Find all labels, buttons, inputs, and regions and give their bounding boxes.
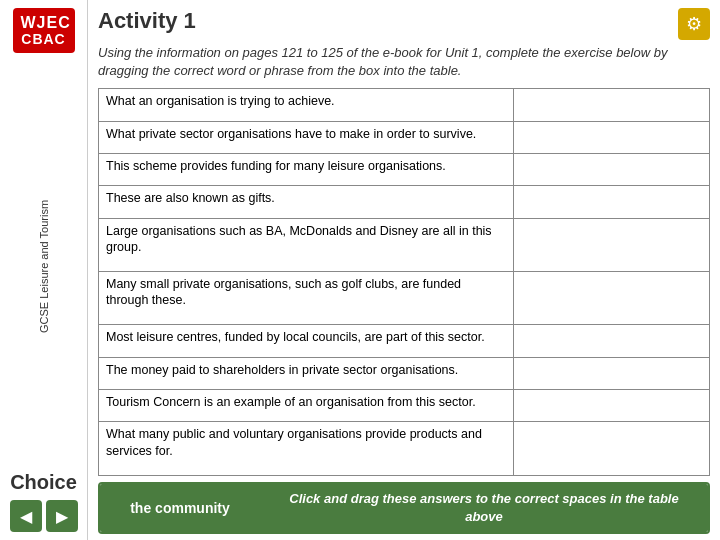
logo: WJEC CBAC [13, 8, 75, 53]
table-row: Many small private organisations, such a… [99, 272, 710, 325]
table-cell-answer[interactable] [514, 121, 710, 153]
table-row: Tourism Concern is an example of an orga… [99, 389, 710, 421]
table-cell-description: Large organisations such as BA, McDonald… [99, 218, 514, 271]
table-row: What many public and voluntary organisat… [99, 422, 710, 475]
table-cell-answer[interactable] [514, 422, 710, 475]
instruction-text: Using the information on pages 121 to 12… [98, 44, 710, 80]
logo-line2: CBAC [21, 32, 67, 47]
subject-label: GCSE Leisure and Tourism [38, 61, 50, 471]
logo-line1: WJEC [21, 14, 67, 32]
drag-instruction: Click and drag these answers to the corr… [260, 484, 708, 532]
table-cell-description: Tourism Concern is an example of an orga… [99, 389, 514, 421]
table-cell-description: What private sector organisations have t… [99, 121, 514, 153]
table-row: Large organisations such as BA, McDonald… [99, 218, 710, 271]
table-cell-description: This scheme provides funding for many le… [99, 154, 514, 186]
table-row: The money paid to shareholders in privat… [99, 357, 710, 389]
drag-area: the community Click and drag these answe… [98, 482, 710, 534]
table-cell-answer[interactable] [514, 272, 710, 325]
help-icon[interactable]: ⚙ [678, 8, 710, 40]
prev-button[interactable]: ◀ [10, 500, 42, 532]
table-cell-answer[interactable] [514, 325, 710, 357]
sidebar: WJEC CBAC GCSE Leisure and Tourism Choic… [0, 0, 88, 540]
table-cell-answer[interactable] [514, 357, 710, 389]
drag-word[interactable]: the community [100, 484, 260, 532]
table-cell-description: These are also known as gifts. [99, 186, 514, 218]
choice-label: Choice [10, 471, 77, 494]
table-cell-answer[interactable] [514, 186, 710, 218]
next-button[interactable]: ▶ [46, 500, 78, 532]
table-cell-description: Most leisure centres, funded by local co… [99, 325, 514, 357]
main-content: Activity 1 ⚙ Using the information on pa… [88, 0, 720, 540]
activity-table: What an organisation is trying to achiev… [98, 88, 710, 475]
table-row: These are also known as gifts. [99, 186, 710, 218]
table-row: This scheme provides funding for many le… [99, 154, 710, 186]
table-cell-description: The money paid to shareholders in privat… [99, 357, 514, 389]
activity-title: Activity 1 [98, 8, 196, 34]
table-cell-answer[interactable] [514, 389, 710, 421]
table-row: Most leisure centres, funded by local co… [99, 325, 710, 357]
table-row: What private sector organisations have t… [99, 121, 710, 153]
nav-buttons: ◀ ▶ [10, 500, 78, 532]
table-row: What an organisation is trying to achiev… [99, 89, 710, 121]
table-cell-answer[interactable] [514, 89, 710, 121]
sidebar-bottom: Choice ◀ ▶ [10, 471, 78, 540]
table-cell-answer[interactable] [514, 154, 710, 186]
table-cell-answer[interactable] [514, 218, 710, 271]
header-row: Activity 1 ⚙ [98, 8, 710, 40]
table-cell-description: Many small private organisations, such a… [99, 272, 514, 325]
table-cell-description: What an organisation is trying to achiev… [99, 89, 514, 121]
table-cell-description: What many public and voluntary organisat… [99, 422, 514, 475]
